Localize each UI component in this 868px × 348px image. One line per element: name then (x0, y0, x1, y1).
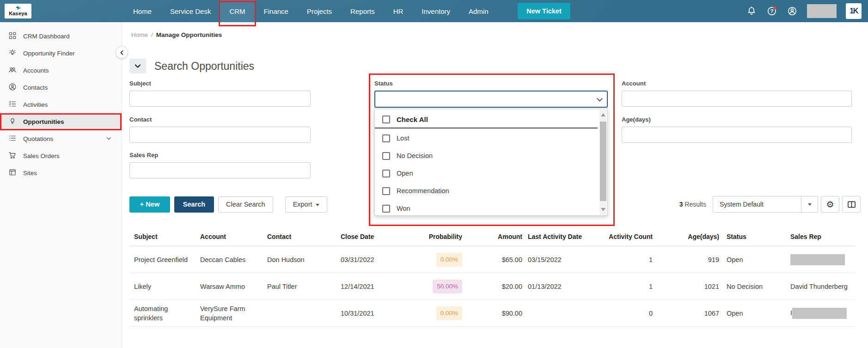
status-option-check-all[interactable]: Check All (375, 111, 598, 128)
sidebar-item-crm-dashboard[interactable]: CRM Dashboard (0, 28, 122, 45)
notifications-bell-icon[interactable] (746, 6, 757, 17)
help-icon[interactable]: ? (766, 6, 777, 17)
table-row[interactable]: LikelyWarsaw AmmoPaul Titler12/14/202150… (129, 273, 855, 300)
cell-sales-rep: David Thunderberg (786, 273, 855, 300)
scrollbar-thumb[interactable] (600, 122, 606, 201)
nav-item-home[interactable]: Home (124, 0, 161, 22)
chevron-down-icon[interactable] (106, 135, 111, 142)
column-header-status[interactable]: Status (724, 232, 786, 246)
kaseya-one-icon[interactable]: 1K (846, 3, 862, 19)
activities-icon (8, 100, 17, 110)
sidebar-item-sites[interactable]: Sites (0, 165, 122, 182)
grid-settings-button[interactable]: ⚙ (821, 196, 839, 213)
status-input[interactable] (374, 91, 608, 108)
breadcrumb-current: Manage Opportunities (156, 31, 222, 38)
new-button[interactable]: + New (129, 196, 170, 213)
nav-item-finance[interactable]: Finance (255, 0, 298, 22)
contact-input[interactable] (129, 127, 311, 143)
nav-item-crm[interactable]: CRM (220, 0, 254, 22)
column-header-probability[interactable]: Probability (407, 232, 467, 246)
sidebar-collapse-button[interactable] (116, 46, 128, 59)
cell-last-activity-date (527, 300, 601, 327)
svg-text:?: ? (770, 8, 773, 14)
sales-rep-input[interactable] (129, 162, 311, 178)
column-header-subject[interactable]: Subject (129, 232, 196, 246)
clear-search-button[interactable]: Clear Search (218, 196, 273, 213)
cell-sales-rep (786, 246, 855, 273)
nav-item-projects[interactable]: Projects (298, 0, 341, 22)
cell-close-date: 10/31/2021 (336, 300, 407, 327)
caret-down-icon (808, 203, 812, 206)
view-selector-arrow[interactable] (801, 196, 818, 212)
export-button[interactable]: Export (285, 196, 327, 213)
table-row[interactable]: Project GreenfieldDeccan CablesDon Hudso… (129, 246, 855, 273)
collapse-section-button[interactable] (129, 59, 146, 73)
probability-badge: 50.00% (433, 280, 462, 293)
checkbox-unchecked[interactable] (382, 134, 390, 142)
nav-item-service-desk[interactable]: Service Desk (161, 0, 220, 22)
column-header-account[interactable]: Account (196, 232, 263, 246)
checkbox-unchecked[interactable] (382, 205, 390, 213)
sidebar-item-label: Accounts (23, 67, 49, 74)
age-days-input[interactable] (622, 127, 852, 143)
kaseya-logo[interactable]: Kaseya (5, 4, 31, 18)
nav-item-hr[interactable]: HR (384, 0, 413, 22)
sales-rep-field-group: Sales Rep (129, 148, 311, 178)
status-option-label: No Decision (397, 152, 433, 159)
account-icon[interactable] (787, 6, 798, 17)
cell-age-days: 1021 (657, 273, 724, 300)
column-header-age-days[interactable]: Age(days) (657, 232, 724, 246)
nav-item-reports[interactable]: Reports (341, 0, 384, 22)
column-chooser-button[interactable] (842, 196, 861, 213)
status-option-lost[interactable]: Lost (375, 129, 598, 147)
subject-input[interactable] (129, 91, 311, 107)
column-header-contact[interactable]: Contact (263, 232, 336, 246)
scroll-down-arrow[interactable] (601, 208, 605, 211)
checkbox-unchecked[interactable] (382, 152, 390, 160)
table-row[interactable]: Automating sprinklersVerySure Farm Equip… (129, 300, 855, 327)
column-header-amount[interactable]: Amount (467, 232, 527, 246)
contact-label: Contact (129, 112, 311, 123)
cell-subject: Automating sprinklers (129, 300, 196, 327)
nav-item-admin[interactable]: Admin (459, 0, 498, 22)
main-content: Home / Manage Opportunities Search Oppor… (122, 22, 868, 348)
status-option-no-decision[interactable]: No Decision (375, 147, 598, 165)
cell-last-activity-date: 01/13/2022 (527, 273, 601, 300)
sidebar-item-contacts[interactable]: Contacts (0, 79, 122, 96)
status-option-won[interactable]: Won (375, 200, 598, 217)
account-input[interactable] (622, 91, 852, 107)
cell-amount: $90.00 (467, 300, 527, 327)
sales-rep-label: Sales Rep (129, 148, 311, 159)
cell-sales-rep: I (786, 300, 855, 327)
column-header-last-activity-date[interactable]: Last Activity Date (527, 232, 601, 246)
checkbox-unchecked[interactable] (382, 187, 390, 195)
sales-orders-icon (8, 151, 17, 161)
sidebar-item-activities[interactable]: Activities (0, 96, 122, 113)
dashboard-icon (8, 31, 17, 41)
status-option-open[interactable]: Open (375, 165, 598, 182)
sidebar-item-accounts[interactable]: Accounts (0, 62, 122, 79)
cell-status: Open (724, 246, 786, 273)
column-header-sales-rep[interactable]: Sales Rep (786, 232, 855, 246)
new-ticket-button[interactable]: New Ticket (518, 3, 570, 19)
view-selector[interactable]: System Default (713, 196, 818, 213)
checkbox-unchecked[interactable] (382, 170, 390, 177)
cell-account: Deccan Cables (196, 246, 263, 273)
status-label: Status (374, 76, 608, 87)
status-option-recommendation[interactable]: Recommendation (375, 182, 598, 200)
column-header-activity-count[interactable]: Activity Count (601, 232, 657, 246)
results-count: 3 Results (679, 201, 706, 208)
checkbox-unchecked[interactable] (382, 116, 390, 123)
breadcrumb-home[interactable]: Home (131, 31, 148, 38)
cell-subject: Likely (129, 273, 196, 300)
sidebar-item-opportunities[interactable]: Opportunities (0, 113, 122, 130)
body: CRM DashboardOpportunity FinderAccountsC… (0, 22, 868, 348)
column-header-close-date[interactable]: Close Date (336, 232, 407, 246)
sidebar-item-quotations[interactable]: Quotations (0, 130, 122, 147)
dropdown-scrollbar[interactable] (599, 110, 607, 215)
nav-item-inventory[interactable]: Inventory (412, 0, 459, 22)
sidebar-item-sales-orders[interactable]: Sales Orders (0, 147, 122, 165)
search-button[interactable]: Search (174, 196, 214, 213)
scroll-up-arrow[interactable] (601, 113, 605, 116)
sidebar-item-opportunity-finder[interactable]: Opportunity Finder (0, 45, 122, 62)
